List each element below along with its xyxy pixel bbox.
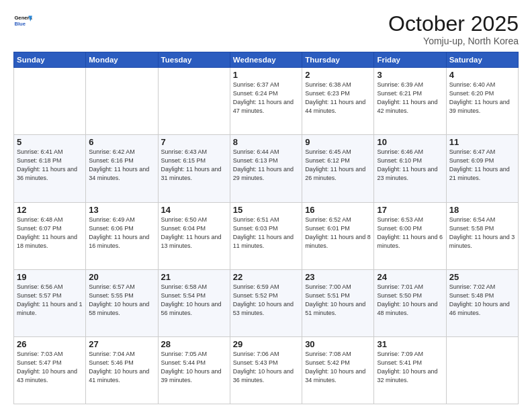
day-cell-3-1: 20Sunrise: 6:57 AM Sunset: 5:55 PM Dayli…: [86, 269, 158, 336]
calendar-table: Sunday Monday Tuesday Wednesday Thursday…: [13, 52, 519, 404]
day-number: 19: [17, 272, 83, 282]
day-info: Sunrise: 6:53 AM Sunset: 6:00 PM Dayligh…: [377, 216, 443, 250]
day-cell-2-4: 16Sunrise: 6:52 AM Sunset: 6:01 PM Dayli…: [302, 202, 374, 269]
day-cell-4-5: 31Sunrise: 7:09 AM Sunset: 5:41 PM Dayli…: [374, 336, 446, 404]
day-number: 22: [233, 272, 299, 282]
day-cell-3-4: 23Sunrise: 7:00 AM Sunset: 5:51 PM Dayli…: [302, 269, 374, 336]
logo-icon: General Blue: [13, 12, 32, 31]
day-cell-3-3: 22Sunrise: 6:59 AM Sunset: 5:52 PM Dayli…: [230, 269, 302, 336]
day-cell-4-3: 29Sunrise: 7:06 AM Sunset: 5:43 PM Dayli…: [230, 336, 302, 404]
day-cell-2-1: 13Sunrise: 6:49 AM Sunset: 6:06 PM Dayli…: [86, 202, 158, 269]
day-number: 2: [305, 70, 371, 80]
day-cell-4-6: [446, 336, 518, 404]
day-info: Sunrise: 6:52 AM Sunset: 6:01 PM Dayligh…: [305, 216, 371, 250]
day-cell-2-5: 17Sunrise: 6:53 AM Sunset: 6:00 PM Dayli…: [374, 202, 446, 269]
day-cell-0-6: 4Sunrise: 6:40 AM Sunset: 6:20 PM Daylig…: [446, 68, 518, 135]
day-number: 7: [161, 137, 227, 147]
day-info: Sunrise: 6:58 AM Sunset: 5:54 PM Dayligh…: [161, 283, 227, 318]
day-info: Sunrise: 6:38 AM Sunset: 6:23 PM Dayligh…: [305, 81, 371, 116]
day-info: Sunrise: 6:43 AM Sunset: 6:15 PM Dayligh…: [161, 148, 227, 183]
day-cell-0-5: 3Sunrise: 6:39 AM Sunset: 6:21 PM Daylig…: [374, 68, 446, 135]
day-cell-4-4: 30Sunrise: 7:08 AM Sunset: 5:42 PM Dayli…: [302, 336, 374, 404]
day-number: 5: [17, 137, 83, 147]
day-cell-3-5: 24Sunrise: 7:01 AM Sunset: 5:50 PM Dayli…: [374, 269, 446, 336]
day-number: 13: [89, 205, 154, 215]
day-number: 18: [449, 205, 515, 215]
day-info: Sunrise: 6:37 AM Sunset: 6:24 PM Dayligh…: [233, 81, 299, 116]
col-sunday: Sunday: [14, 52, 86, 68]
week-row-4: 19Sunrise: 6:56 AM Sunset: 5:57 PM Dayli…: [14, 269, 519, 336]
day-info: Sunrise: 7:02 AM Sunset: 5:48 PM Dayligh…: [449, 283, 515, 318]
day-cell-2-0: 12Sunrise: 6:48 AM Sunset: 6:07 PM Dayli…: [14, 202, 86, 269]
location: Yomju-up, North Korea: [388, 36, 519, 46]
day-info: Sunrise: 6:40 AM Sunset: 6:20 PM Dayligh…: [449, 81, 515, 116]
day-cell-1-4: 9Sunrise: 6:45 AM Sunset: 6:12 PM Daylig…: [302, 135, 374, 202]
day-info: Sunrise: 6:49 AM Sunset: 6:06 PM Dayligh…: [89, 216, 154, 250]
week-row-3: 12Sunrise: 6:48 AM Sunset: 6:07 PM Dayli…: [14, 202, 519, 269]
day-number: 20: [89, 272, 154, 282]
day-info: Sunrise: 6:51 AM Sunset: 6:03 PM Dayligh…: [233, 216, 299, 250]
month-title: October 2025: [388, 12, 519, 36]
col-wednesday: Wednesday: [230, 52, 302, 68]
title-block: October 2025 Yomju-up, North Korea: [388, 12, 519, 46]
day-cell-1-1: 6Sunrise: 6:42 AM Sunset: 6:16 PM Daylig…: [86, 135, 158, 202]
day-cell-4-0: 26Sunrise: 7:03 AM Sunset: 5:47 PM Dayli…: [14, 336, 86, 404]
day-info: Sunrise: 6:59 AM Sunset: 5:52 PM Dayligh…: [233, 283, 299, 318]
day-cell-4-1: 27Sunrise: 7:04 AM Sunset: 5:46 PM Dayli…: [86, 336, 158, 404]
svg-text:Blue: Blue: [14, 21, 26, 27]
day-number: 31: [377, 339, 443, 349]
day-info: Sunrise: 7:01 AM Sunset: 5:50 PM Dayligh…: [377, 283, 443, 318]
week-row-2: 5Sunrise: 6:41 AM Sunset: 6:18 PM Daylig…: [14, 135, 519, 202]
header: General Blue October 2025 Yomju-up, Nort…: [13, 12, 519, 46]
col-tuesday: Tuesday: [158, 52, 230, 68]
day-cell-0-1: [86, 68, 158, 135]
day-number: 12: [17, 205, 83, 215]
day-info: Sunrise: 6:46 AM Sunset: 6:10 PM Dayligh…: [377, 148, 443, 183]
week-row-1: 1Sunrise: 6:37 AM Sunset: 6:24 PM Daylig…: [14, 68, 519, 135]
day-cell-3-0: 19Sunrise: 6:56 AM Sunset: 5:57 PM Dayli…: [14, 269, 86, 336]
day-number: 4: [449, 70, 515, 80]
day-number: 3: [377, 70, 443, 80]
day-cell-1-0: 5Sunrise: 6:41 AM Sunset: 6:18 PM Daylig…: [14, 135, 86, 202]
day-number: 25: [449, 272, 515, 282]
day-number: 6: [89, 137, 154, 147]
day-number: 8: [233, 137, 299, 147]
day-number: 11: [449, 137, 515, 147]
day-info: Sunrise: 6:56 AM Sunset: 5:57 PM Dayligh…: [17, 283, 83, 318]
day-number: 17: [377, 205, 443, 215]
day-number: 24: [377, 272, 443, 282]
day-info: Sunrise: 7:00 AM Sunset: 5:51 PM Dayligh…: [305, 283, 371, 318]
day-number: 15: [233, 205, 299, 215]
day-info: Sunrise: 6:50 AM Sunset: 6:04 PM Dayligh…: [161, 216, 227, 250]
logo: General Blue: [13, 12, 35, 31]
day-cell-2-6: 18Sunrise: 6:54 AM Sunset: 5:58 PM Dayli…: [446, 202, 518, 269]
day-info: Sunrise: 7:09 AM Sunset: 5:41 PM Dayligh…: [377, 350, 443, 385]
day-cell-0-4: 2Sunrise: 6:38 AM Sunset: 6:23 PM Daylig…: [302, 68, 374, 135]
day-number: 1: [233, 70, 299, 80]
day-number: 30: [305, 339, 371, 349]
day-number: 9: [305, 137, 371, 147]
day-cell-0-2: [158, 68, 230, 135]
day-number: 14: [161, 205, 227, 215]
week-row-5: 26Sunrise: 7:03 AM Sunset: 5:47 PM Dayli…: [14, 336, 519, 404]
day-number: 21: [161, 272, 227, 282]
day-info: Sunrise: 6:44 AM Sunset: 6:13 PM Dayligh…: [233, 148, 299, 183]
day-info: Sunrise: 7:08 AM Sunset: 5:42 PM Dayligh…: [305, 350, 371, 385]
day-cell-3-2: 21Sunrise: 6:58 AM Sunset: 5:54 PM Dayli…: [158, 269, 230, 336]
day-cell-1-3: 8Sunrise: 6:44 AM Sunset: 6:13 PM Daylig…: [230, 135, 302, 202]
day-number: 29: [233, 339, 299, 349]
day-cell-1-6: 11Sunrise: 6:47 AM Sunset: 6:09 PM Dayli…: [446, 135, 518, 202]
day-cell-0-0: [14, 68, 86, 135]
day-cell-1-5: 10Sunrise: 6:46 AM Sunset: 6:10 PM Dayli…: [374, 135, 446, 202]
day-number: 27: [89, 339, 154, 349]
day-info: Sunrise: 6:39 AM Sunset: 6:21 PM Dayligh…: [377, 81, 443, 116]
page: General Blue October 2025 Yomju-up, Nort…: [0, 0, 532, 411]
col-friday: Friday: [374, 52, 446, 68]
day-cell-1-2: 7Sunrise: 6:43 AM Sunset: 6:15 PM Daylig…: [158, 135, 230, 202]
day-info: Sunrise: 7:05 AM Sunset: 5:44 PM Dayligh…: [161, 350, 227, 385]
day-info: Sunrise: 7:03 AM Sunset: 5:47 PM Dayligh…: [17, 350, 83, 385]
day-number: 16: [305, 205, 371, 215]
day-number: 28: [161, 339, 227, 349]
col-saturday: Saturday: [446, 52, 518, 68]
day-cell-3-6: 25Sunrise: 7:02 AM Sunset: 5:48 PM Dayli…: [446, 269, 518, 336]
